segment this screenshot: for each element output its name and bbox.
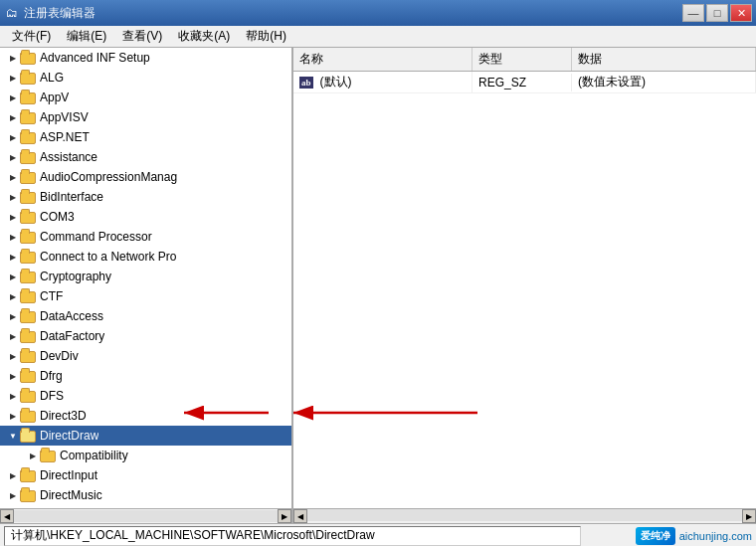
close-button[interactable]: ✕ xyxy=(730,4,752,22)
tree-item-compatibility[interactable]: ▶ Compatibility xyxy=(0,446,291,465)
tree-item-cryptography[interactable]: ▶ Cryptography xyxy=(0,267,291,286)
tree-label: AudioCompressionManag xyxy=(40,170,177,184)
expand-icon: ▶ xyxy=(8,371,18,381)
col-header-type: 类型 xyxy=(472,48,572,71)
folder-icon xyxy=(20,408,36,424)
tree-label: Command Processor xyxy=(40,230,152,244)
tree-item-connectnetwork[interactable]: ▶ Connect to a Network Pro xyxy=(0,247,291,267)
horizontal-scrollbars: ◀ ▶ ◀ ▶ xyxy=(0,508,756,523)
folder-icon xyxy=(20,328,36,344)
menu-favorites[interactable]: 收藏夹(A) xyxy=(170,26,238,47)
expand-icon: ▶ xyxy=(8,53,18,63)
tree-hscrollbar[interactable]: ◀ ▶ xyxy=(0,509,293,523)
tree-item-appv[interactable]: ▶ AppV xyxy=(0,88,291,107)
reg-cell-data: (数值未设置) xyxy=(572,72,756,92)
tree-item-assistance[interactable]: ▶ Assistance xyxy=(0,147,291,167)
expand-icon: ▶ xyxy=(8,252,18,262)
folder-icon xyxy=(20,308,36,324)
reg-cell-type: REG_SZ xyxy=(472,74,572,91)
expand-icon: ▶ xyxy=(8,331,18,341)
hscroll-track-right[interactable] xyxy=(307,509,742,521)
tree-label: DirectDraw xyxy=(40,429,98,443)
menu-file[interactable]: 文件(F) xyxy=(4,26,59,47)
expand-icon: ▶ xyxy=(28,451,38,460)
tree-label: DirectInput xyxy=(40,468,97,482)
minimize-button[interactable]: — xyxy=(682,4,704,22)
tree-item-appvisv[interactable]: ▶ AppVISV xyxy=(0,107,291,127)
tree-label: COM3 xyxy=(40,210,75,224)
status-bar: 计算机\HKEY_LOCAL_MACHINE\SOFTWARE\Microsof… xyxy=(0,523,756,546)
folder-icon xyxy=(20,169,36,185)
tree-label: AppV xyxy=(40,91,69,104)
tree-item-directmusic[interactable]: ▶ DirectMusic xyxy=(0,485,291,505)
tree-item-com3[interactable]: ▶ COM3 xyxy=(0,207,291,227)
reg-value-name: (默认) xyxy=(320,74,352,91)
expand-icon: ▶ xyxy=(8,311,18,321)
folder-icon xyxy=(20,249,36,265)
tree-scroll[interactable]: ▶ Advanced INF Setup ▶ ALG ▶ AppV ▶ xyxy=(0,48,291,508)
folder-icon xyxy=(20,50,36,66)
expand-icon: ▶ xyxy=(8,291,18,301)
hscroll-left-right[interactable]: ◀ xyxy=(293,509,307,523)
hscroll-right[interactable]: ▶ xyxy=(278,509,291,523)
tree-item-directdraw[interactable]: ▼ DirectDraw xyxy=(0,426,291,446)
tree-item-alg[interactable]: ▶ ALG xyxy=(0,68,291,88)
hscroll-right-right[interactable]: ▶ xyxy=(742,509,756,523)
tree-label: AppVISV xyxy=(40,110,89,124)
window-title: 注册表编辑器 xyxy=(24,5,678,22)
tree-label: DevDiv xyxy=(40,349,79,363)
tree-label: DataAccess xyxy=(40,309,103,323)
tree-item-devdiv[interactable]: ▶ DevDiv xyxy=(0,346,291,366)
col-header-name: 名称 xyxy=(293,48,472,71)
restore-button[interactable]: □ xyxy=(706,4,728,22)
tree-item-cmdprocessor[interactable]: ▶ Command Processor xyxy=(0,227,291,247)
registry-header: 名称 类型 数据 xyxy=(293,48,756,72)
tree-item-bidinterface[interactable]: ▶ BidInterface xyxy=(0,187,291,207)
menu-help[interactable]: 帮助(H) xyxy=(238,26,294,47)
folder-icon xyxy=(20,109,36,125)
tree-label: Advanced INF Setup xyxy=(40,51,150,65)
reg-cell-name: ab (默认) xyxy=(293,72,472,92)
tree-label: Dfrg xyxy=(40,369,63,383)
registry-row-default[interactable]: ab (默认) REG_SZ (数值未设置) xyxy=(293,72,756,93)
tree-item-direct3d[interactable]: ▶ Direct3D xyxy=(0,406,291,426)
tree-item-datafactory[interactable]: ▶ DataFactory xyxy=(0,326,291,346)
watermark-logo: 爱纯净 xyxy=(636,527,675,545)
app-icon: 🗂 xyxy=(4,5,20,21)
tree-item-dataaccess[interactable]: ▶ DataAccess xyxy=(0,306,291,326)
folder-icon xyxy=(20,149,36,165)
tree-label: DataFactory xyxy=(40,329,104,343)
tree-item-ctf[interactable]: ▶ CTF xyxy=(0,286,291,306)
tree-item-aspnet[interactable]: ▶ ASP.NET xyxy=(0,127,291,147)
tree-item-dfs[interactable]: ▶ DFS xyxy=(0,386,291,406)
tree-item-dfrg[interactable]: ▶ Dfrg xyxy=(0,366,291,386)
expand-icon: ▶ xyxy=(8,152,18,162)
tree-label: ASP.NET xyxy=(40,130,90,144)
expand-icon: ▶ xyxy=(8,272,18,281)
expand-icon: ▶ xyxy=(8,73,18,83)
tree-item-audiocomp[interactable]: ▶ AudioCompressionManag xyxy=(0,167,291,187)
folder-icon xyxy=(20,209,36,225)
hscroll-left[interactable]: ◀ xyxy=(0,509,14,523)
expand-icon: ▶ xyxy=(8,490,18,500)
folder-icon xyxy=(20,229,36,245)
hscroll-track[interactable] xyxy=(14,510,278,522)
status-path: 计算机\HKEY_LOCAL_MACHINE\SOFTWARE\Microsof… xyxy=(4,526,581,546)
tree-item-advanced-inf[interactable]: ▶ Advanced INF Setup xyxy=(0,48,291,68)
tree-label: BidInterface xyxy=(40,190,103,204)
folder-icon xyxy=(40,448,56,463)
expand-icon: ▶ xyxy=(8,411,18,421)
tree-label: DirectMusic xyxy=(40,488,102,502)
expand-icon: ▶ xyxy=(8,172,18,182)
menu-view[interactable]: 查看(V) xyxy=(114,26,170,47)
folder-icon xyxy=(20,288,36,304)
right-hscrollbar[interactable]: ◀ ▶ xyxy=(293,509,756,523)
expand-icon: ▶ xyxy=(8,112,18,122)
tree-label: CTF xyxy=(40,289,63,303)
tree-label: Compatibility xyxy=(60,449,128,462)
folder-icon xyxy=(20,189,36,205)
tree-item-directinput[interactable]: ▶ DirectInput xyxy=(0,465,291,485)
menu-edit[interactable]: 编辑(E) xyxy=(59,26,114,47)
main-content: ▶ Advanced INF Setup ▶ ALG ▶ AppV ▶ xyxy=(0,48,756,508)
folder-icon xyxy=(20,467,36,483)
